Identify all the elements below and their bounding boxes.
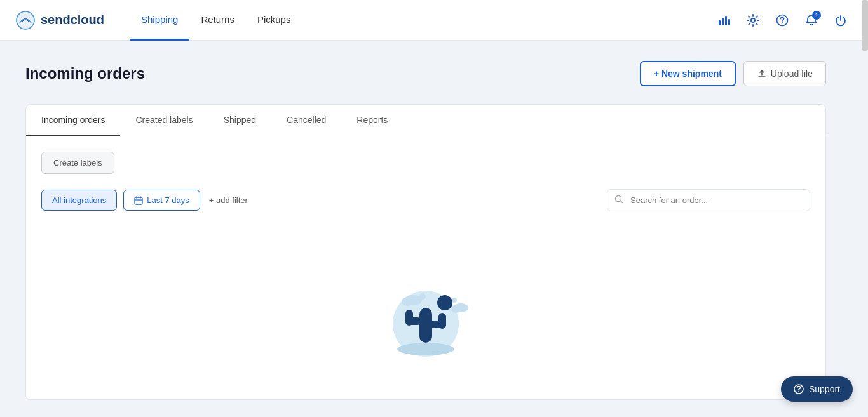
svg-rect-2 bbox=[722, 18, 724, 25]
gear-icon bbox=[747, 14, 759, 27]
upload-icon bbox=[757, 69, 767, 79]
brand-logo[interactable]: sendcloud bbox=[15, 10, 104, 30]
help-icon-btn[interactable] bbox=[770, 8, 794, 32]
support-button[interactable]: Support bbox=[781, 376, 853, 402]
svg-rect-16 bbox=[438, 313, 446, 329]
empty-state-illustration bbox=[375, 257, 477, 359]
power-icon bbox=[834, 14, 847, 27]
tab-shipped[interactable]: Shipped bbox=[208, 105, 271, 136]
page-title: Incoming orders bbox=[25, 65, 145, 83]
help-icon bbox=[776, 14, 789, 27]
svg-rect-12 bbox=[419, 308, 432, 343]
power-icon-btn[interactable] bbox=[829, 8, 853, 32]
tab-content: Create labels All integrations Last 7 da… bbox=[26, 136, 825, 399]
sendcloud-logo-icon bbox=[15, 10, 36, 30]
svg-point-23 bbox=[452, 298, 457, 303]
svg-point-21 bbox=[451, 305, 462, 313]
page-content: Incoming orders + New shipment Upload fi… bbox=[0, 41, 851, 417]
filters-row: All integrations Last 7 days + add filte… bbox=[41, 189, 810, 211]
calendar-icon bbox=[134, 196, 143, 205]
svg-point-17 bbox=[437, 295, 452, 310]
svg-rect-8 bbox=[135, 197, 142, 204]
create-labels-button[interactable]: Create labels bbox=[41, 152, 114, 174]
empty-state bbox=[41, 232, 810, 384]
chart-icon bbox=[717, 14, 730, 27]
search-input[interactable] bbox=[607, 189, 810, 211]
svg-rect-1 bbox=[719, 20, 721, 25]
nav-shipping[interactable]: Shipping bbox=[130, 0, 189, 41]
navbar-actions: 1 bbox=[712, 8, 853, 32]
search-wrapper bbox=[607, 189, 810, 211]
svg-point-5 bbox=[751, 18, 755, 22]
page-header: Incoming orders + New shipment Upload fi… bbox=[25, 61, 826, 86]
svg-rect-4 bbox=[728, 19, 730, 25]
nav-returns[interactable]: Returns bbox=[189, 0, 246, 41]
notifications-icon-btn[interactable]: 1 bbox=[799, 8, 824, 32]
scrollbar[interactable] bbox=[862, 0, 868, 417]
support-icon bbox=[794, 384, 804, 394]
date-filter[interactable]: Last 7 days bbox=[123, 190, 200, 211]
main-nav: Shipping Returns Pickups bbox=[130, 0, 712, 41]
new-shipment-button[interactable]: + New shipment bbox=[640, 61, 736, 86]
notification-badge: 1 bbox=[812, 11, 821, 20]
svg-point-19 bbox=[402, 297, 414, 306]
tab-cancelled[interactable]: Cancelled bbox=[271, 105, 341, 136]
svg-point-11 bbox=[397, 343, 454, 355]
tab-created-labels[interactable]: Created labels bbox=[120, 105, 208, 136]
all-integrations-filter[interactable]: All integrations bbox=[41, 190, 117, 211]
search-icon bbox=[614, 195, 623, 206]
analytics-icon-btn[interactable] bbox=[712, 8, 736, 32]
svg-rect-14 bbox=[405, 310, 413, 326]
svg-rect-3 bbox=[725, 16, 727, 25]
add-filter-button[interactable]: + add filter bbox=[207, 190, 250, 210]
settings-icon-btn[interactable] bbox=[741, 8, 765, 32]
svg-point-22 bbox=[419, 293, 426, 300]
nav-pickups[interactable]: Pickups bbox=[246, 0, 302, 41]
support-label: Support bbox=[809, 384, 840, 394]
scrollbar-thumb[interactable] bbox=[862, 0, 868, 51]
tab-reports[interactable]: Reports bbox=[341, 105, 403, 136]
svg-point-7 bbox=[782, 22, 783, 23]
upload-file-button[interactable]: Upload file bbox=[743, 61, 826, 86]
brand-name: sendcloud bbox=[41, 13, 104, 27]
tab-toolbar: Create labels bbox=[41, 152, 810, 174]
navbar: sendcloud Shipping Returns Pickups bbox=[0, 0, 868, 41]
svg-point-25 bbox=[798, 391, 799, 392]
svg-point-0 bbox=[17, 11, 34, 29]
tabs-container: Incoming orders Created labels Shipped C… bbox=[25, 104, 826, 400]
page-header-actions: + New shipment Upload file bbox=[640, 61, 826, 86]
tabs-bar: Incoming orders Created labels Shipped C… bbox=[26, 105, 825, 136]
tab-incoming-orders[interactable]: Incoming orders bbox=[26, 105, 120, 136]
